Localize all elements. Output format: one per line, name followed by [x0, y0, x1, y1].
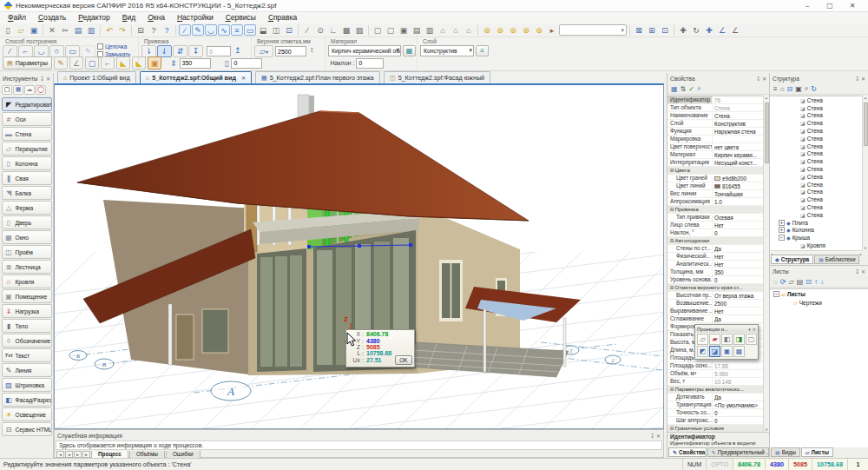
- group-icon[interactable]: ▤: [411, 24, 423, 36]
- solid-mode-icon[interactable]: ▣: [148, 56, 161, 70]
- tree-item[interactable]: ◪ Стена: [770, 135, 863, 142]
- categorized-icon[interactable]: ▦: [671, 85, 678, 93]
- sketch-arc-icon[interactable]: ◡: [205, 24, 217, 36]
- settings-icon[interactable]: ◌: [773, 278, 778, 286]
- open-file-icon[interactable]: ▱: [15, 24, 27, 36]
- property-row[interactable]: Объём, м³ 5.969: [667, 370, 764, 378]
- property-row[interactable]: Толщина, мм 350: [667, 268, 764, 276]
- prev-page-icon[interactable]: ◂: [65, 451, 73, 458]
- tool-column[interactable]: ▯ Колонна: [2, 156, 52, 170]
- tree-item[interactable]: ◪ Стена: [770, 181, 863, 189]
- proj-back-icon[interactable]: ▰: [709, 334, 720, 345]
- tooltip-ok-button[interactable]: OK: [395, 355, 412, 365]
- property-row[interactable]: Цвет поверхности нет цвета: [667, 143, 764, 151]
- copy-props-icon[interactable]: ▩: [340, 24, 352, 36]
- tree-item[interactable]: + ◆ Плита: [770, 219, 863, 227]
- light-day-icon[interactable]: ⊚: [481, 24, 493, 36]
- print-icon[interactable]: ⊟: [787, 85, 793, 93]
- doc-icon[interactable]: ▤: [797, 278, 804, 286]
- property-row[interactable]: Отметка верхнего края ст...: [667, 284, 764, 292]
- tab-views[interactable]: ▤Виды: [771, 447, 800, 457]
- ungroup-icon[interactable]: ▥: [424, 24, 436, 36]
- expander-icon[interactable]: +: [779, 220, 785, 226]
- save-file-icon[interactable]: ▣: [28, 24, 40, 36]
- angle-mode-icon[interactable]: ∠: [69, 56, 83, 70]
- menu-item[interactable]: Сервисы: [220, 12, 262, 23]
- tree-item[interactable]: ◪ Стена: [770, 157, 863, 165]
- menu-item[interactable]: Справка: [262, 12, 303, 23]
- pin-icon[interactable]: ↧: [855, 268, 859, 275]
- light-add-icon[interactable]: ⊚: [520, 24, 532, 36]
- tool-facade-section[interactable]: ◧ Фасад/Разрез: [2, 393, 52, 407]
- expander-icon[interactable]: −: [779, 235, 785, 241]
- menu-item[interactable]: Создать: [32, 12, 72, 23]
- pin-icon[interactable]: ↧: [40, 76, 44, 82]
- apply-icon[interactable]: ✓: [688, 85, 694, 93]
- sketch-line-icon[interactable]: ∕: [179, 24, 191, 36]
- sheet-new-icon[interactable]: ⬓: [257, 24, 269, 36]
- tree-item[interactable]: ◪ Стена: [770, 211, 863, 219]
- property-row[interactable]: Наклон, ° 0: [667, 229, 764, 237]
- tools-cloud-icon[interactable]: ☁: [24, 85, 35, 95]
- tree-item[interactable]: − ◆ Крыша: [770, 234, 863, 242]
- refresh-icon[interactable]: ⟳: [780, 278, 786, 286]
- parameters-button[interactable]: ▤Параметры: [3, 56, 52, 70]
- match-props-icon[interactable]: ✎: [54, 56, 68, 70]
- pin-icon[interactable]: ↧: [756, 76, 760, 82]
- sort-az-icon[interactable]: ⇅: [681, 85, 687, 93]
- tool-hatch[interactable]: ▨ Штриховка: [2, 378, 52, 392]
- light-night-icon[interactable]: ⊚: [494, 24, 506, 36]
- array-h-icon[interactable]: ▢: [372, 24, 384, 36]
- wall-corner-icon[interactable]: ⌐: [101, 56, 115, 70]
- property-row[interactable]: Материал Кирпич керами...: [667, 151, 764, 159]
- line-tool-icon[interactable]: ∕: [301, 24, 313, 36]
- model-viewport[interactable]: Б В А 1 2: [54, 83, 664, 429]
- proj-iso1-icon[interactable]: ◩: [697, 346, 708, 357]
- tools-dialog-icon[interactable]: ▢: [2, 85, 12, 95]
- properties-scrollbar[interactable]: ▲▼: [763, 96, 769, 432]
- proj-front-icon[interactable]: ▱: [697, 334, 708, 345]
- sheets-root[interactable]: − ▱ Листы: [770, 289, 868, 298]
- help-icon[interactable]: ?: [161, 24, 173, 36]
- sheets-drawings[interactable]: ▱ Чертежи: [770, 298, 868, 307]
- tool-truss[interactable]: △ Ферма: [2, 201, 52, 215]
- tool-text[interactable]: Txt Текст: [2, 348, 52, 362]
- pin-icon[interactable]: ↧: [650, 433, 654, 439]
- move-icon[interactable]: ✚: [677, 24, 689, 36]
- tab-libraries[interactable]: ▤Библиотеки: [814, 255, 859, 264]
- menu-item[interactable]: Файл: [2, 12, 32, 23]
- tool-window[interactable]: ▦ Окно: [2, 230, 52, 244]
- tree-item[interactable]: ◪ Стена: [770, 119, 863, 127]
- array-2d-icon[interactable]: ▣: [398, 24, 410, 36]
- property-row[interactable]: Слой Конструктив: [667, 120, 764, 128]
- proj-persp-icon[interactable]: ▣: [721, 346, 733, 357]
- tree-item[interactable]: ◪ Стена: [770, 104, 863, 112]
- fit-view-icon[interactable]: ⊡: [283, 24, 295, 36]
- property-row[interactable]: Вес, т 10.148: [667, 378, 764, 386]
- tree-item[interactable]: ◪ Кровля: [770, 242, 863, 249]
- tree-item[interactable]: ◪ Стена: [770, 203, 863, 211]
- property-row[interactable]: Маркировка: [667, 136, 764, 143]
- rotate-icon[interactable]: ↻: [690, 24, 702, 36]
- sort-icon[interactable]: ≡: [773, 85, 778, 93]
- copy-icon[interactable]: ▤: [72, 24, 84, 36]
- property-row[interactable]: Триангуляция <По умолчанию>: [667, 401, 764, 409]
- property-row[interactable]: Цвет линий 816455: [667, 182, 764, 190]
- first-page-icon[interactable]: ◂: [56, 451, 64, 458]
- lock-icon[interactable]: ⊠: [633, 24, 645, 36]
- property-row[interactable]: Идентификатор 76: [667, 96, 764, 104]
- sheet-open-icon[interactable]: ◫: [270, 24, 282, 36]
- print-icon[interactable]: ⊟: [135, 24, 147, 36]
- close-view-icon[interactable]: ✕: [241, 75, 246, 81]
- property-row[interactable]: Выравнивание ... Нет: [667, 308, 764, 315]
- tree-item[interactable]: ◪ Стена: [770, 189, 863, 196]
- property-row[interactable]: Автоподрезки: [667, 237, 764, 245]
- property-row[interactable]: Шаг аппрокс... 0: [667, 417, 764, 425]
- property-row[interactable]: Физической... Нет: [667, 253, 764, 261]
- tab-project-general-view[interactable]: ⌂ Проект 1:Общий вид: [57, 71, 136, 83]
- tab-sheets[interactable]: ▱Листы: [801, 447, 833, 457]
- thickness-input[interactable]: [180, 58, 211, 69]
- property-row[interactable]: Дотягивать Да: [667, 394, 764, 401]
- tree-item[interactable]: ◪ Стена: [770, 165, 863, 173]
- property-row[interactable]: Аппроксимация 1.0: [667, 198, 764, 206]
